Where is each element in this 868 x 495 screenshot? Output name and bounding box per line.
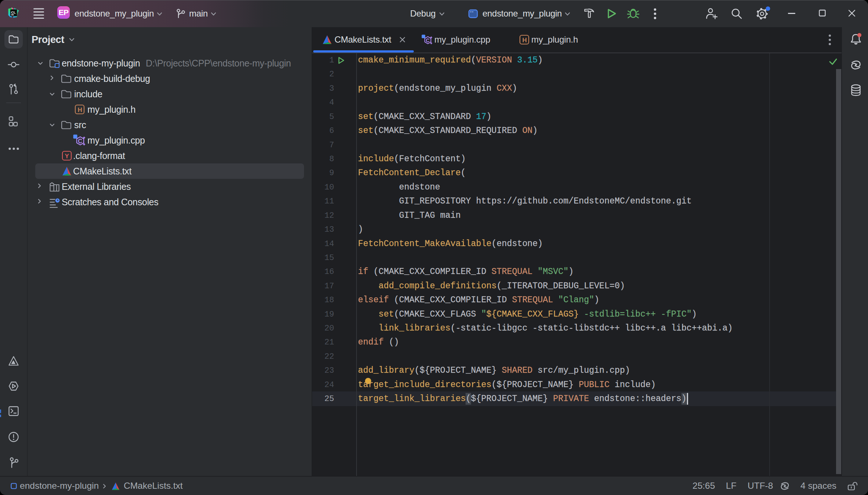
svg-text:H: H (522, 37, 527, 44)
svg-text:H: H (78, 106, 82, 113)
svg-text:C: C (426, 37, 430, 43)
svg-text:C: C (78, 138, 82, 144)
svg-text:Y: Y (65, 153, 69, 160)
svg-text:CL: CL (11, 10, 16, 14)
